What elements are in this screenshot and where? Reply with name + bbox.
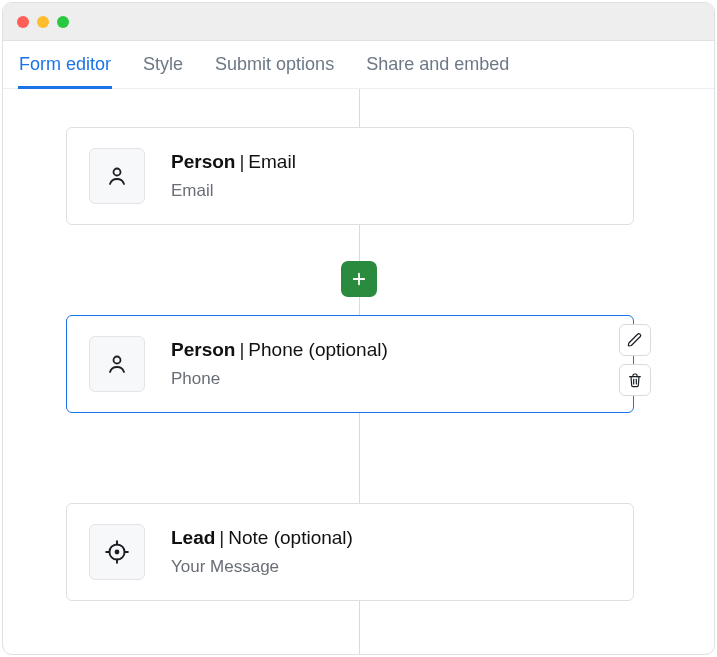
tab-style[interactable]: Style [143,41,183,88]
field-card-email[interactable]: Person|Email Email [66,127,634,225]
card-entity: Person [171,339,235,360]
svg-point-0 [114,169,121,176]
card-sub: Your Message [171,555,611,579]
card-field: Phone (optional) [248,339,387,360]
app-window: Form editor Style Submit options Share a… [2,2,715,655]
delete-field-button[interactable] [619,364,651,396]
target-icon [89,524,145,580]
card-entity: Lead [171,527,215,548]
tab-form-editor[interactable]: Form editor [19,41,111,88]
card-sub: Phone [171,367,611,391]
window-zoom[interactable] [57,16,69,28]
tabbar: Form editor Style Submit options Share a… [3,41,714,89]
svg-point-3 [114,357,121,364]
window-minimize[interactable] [37,16,49,28]
plus-icon [350,270,368,288]
card-text: Person|Phone (optional) Phone [171,337,611,391]
svg-point-7 [115,550,120,555]
field-card-phone[interactable]: Person|Phone (optional) Phone [66,315,634,413]
card-sub: Email [171,179,611,203]
pencil-icon [627,332,643,348]
tab-share-embed[interactable]: Share and embed [366,41,509,88]
card-text: Lead|Note (optional) Your Message [171,525,611,579]
person-icon [89,148,145,204]
card-field: Note (optional) [228,527,353,548]
card-actions [619,324,651,396]
person-icon [89,336,145,392]
window-titlebar [3,3,714,41]
canvas: Person|Email Email Person|Phone (optiona… [3,89,714,654]
window-close[interactable] [17,16,29,28]
card-text: Person|Email Email [171,149,611,203]
card-field: Email [248,151,296,172]
trash-icon [627,372,643,388]
field-card-note[interactable]: Lead|Note (optional) Your Message [66,503,634,601]
add-field-button[interactable] [341,261,377,297]
edit-field-button[interactable] [619,324,651,356]
card-entity: Person [171,151,235,172]
tab-submit-options[interactable]: Submit options [215,41,334,88]
